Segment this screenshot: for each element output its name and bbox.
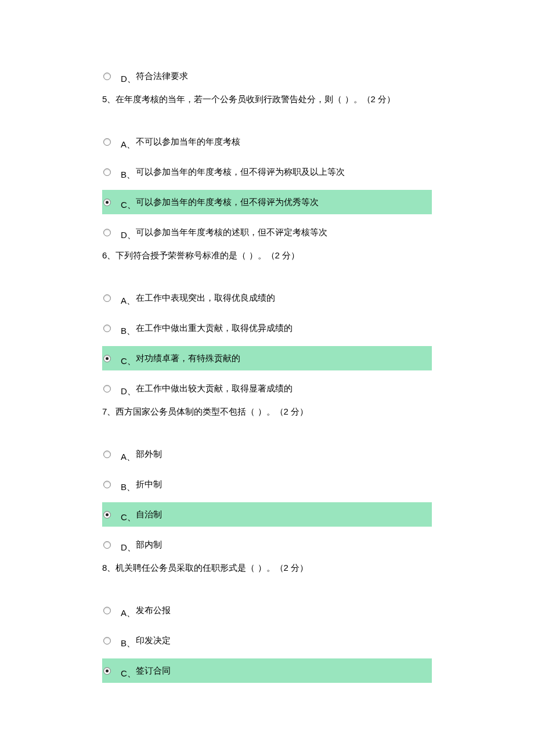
- option-text: 可以参加当年年度考核的述职，但不评定考核等次: [136, 227, 432, 238]
- radio-wrap: [102, 199, 121, 206]
- radio-icon[interactable]: [103, 511, 111, 519]
- radio-icon[interactable]: [103, 607, 111, 614]
- option-row[interactable]: C、 签订合同: [102, 658, 432, 683]
- option-row[interactable]: B、 可以参加当年的年度考核，但不得评为称职及以上等次: [102, 160, 432, 184]
- option-row[interactable]: A、 不可以参加当年的年度考核: [102, 129, 432, 154]
- radio-wrap: [102, 294, 121, 302]
- option-text: 折中制: [136, 479, 432, 490]
- option-row[interactable]: C、 可以参加当年的年度考核，但不得评为优秀等次: [102, 190, 432, 214]
- option-text: 印发决定: [136, 635, 432, 646]
- radio-icon[interactable]: [103, 229, 111, 236]
- option-letter: C、: [121, 512, 136, 527]
- option-row[interactable]: A、 发布公报: [102, 598, 432, 622]
- radio-icon[interactable]: [103, 199, 111, 206]
- option-row[interactable]: A、 部外制: [102, 442, 432, 466]
- option-text: 可以参加当年的年度考核，但不得评为称职及以上等次: [136, 167, 432, 178]
- radio-wrap: [102, 229, 121, 236]
- page-content: D、 符合法律要求 5、在年度考核的当年，若一个公务员收到行政警告处分，则（ ）…: [0, 0, 534, 723]
- option-letter: A、: [121, 452, 136, 466]
- option-text: 不可以参加当年的年度考核: [136, 136, 432, 147]
- question-prompt: 8、机关聘任公务员采取的任职形式是（ ）。（2 分）: [102, 563, 432, 574]
- radio-wrap: [102, 355, 121, 362]
- option-letter: B、: [121, 638, 136, 653]
- option-row[interactable]: C、 对功绩卓著，有特殊贡献的: [102, 346, 432, 370]
- option-letter: C、: [121, 200, 136, 214]
- radio-wrap: [102, 138, 121, 146]
- radio-icon[interactable]: [103, 355, 111, 362]
- radio-wrap: [102, 451, 121, 458]
- option-letter: A、: [121, 608, 136, 622]
- option-row[interactable]: D、 可以参加当年年度考核的述职，但不评定考核等次: [102, 220, 432, 244]
- radio-icon[interactable]: [103, 667, 111, 675]
- radio-icon[interactable]: [103, 325, 111, 332]
- question-prompt: 6、下列符合授予荣誉称号标准的是（ ）。（2 分）: [102, 250, 432, 261]
- option-text: 在工作中做出较大贡献，取得显著成绩的: [136, 383, 432, 394]
- radio-wrap: [102, 637, 121, 645]
- radio-icon[interactable]: [103, 481, 111, 488]
- radio-icon[interactable]: [103, 451, 111, 458]
- option-text: 符合法律要求: [136, 71, 432, 82]
- option-letter: A、: [121, 296, 136, 310]
- radio-icon[interactable]: [103, 138, 111, 146]
- radio-icon[interactable]: [103, 385, 111, 393]
- option-letter: D、: [121, 230, 136, 244]
- radio-wrap: [102, 511, 121, 519]
- option-letter: B、: [121, 170, 136, 184]
- radio-wrap: [102, 168, 121, 176]
- radio-wrap: [102, 541, 121, 549]
- radio-wrap: [102, 667, 121, 675]
- option-letter: D、: [121, 74, 136, 88]
- option-letter: D、: [121, 386, 136, 401]
- option-letter: C、: [121, 356, 136, 370]
- option-letter: A、: [121, 139, 136, 154]
- question-prompt: 7、西方国家公务员体制的类型不包括（ ）。（2 分）: [102, 406, 432, 417]
- option-text: 在工作中表现突出，取得优良成绩的: [136, 293, 432, 304]
- radio-wrap: [102, 481, 121, 488]
- option-text: 发布公报: [136, 605, 432, 616]
- option-text: 自治制: [136, 509, 432, 520]
- radio-icon[interactable]: [103, 294, 111, 302]
- option-row[interactable]: D、 符合法律要求: [102, 64, 432, 88]
- option-letter: D、: [121, 542, 136, 557]
- option-text: 部外制: [136, 449, 432, 460]
- radio-icon[interactable]: [103, 637, 111, 645]
- radio-wrap: [102, 385, 121, 393]
- radio-wrap: [102, 607, 121, 614]
- option-text: 在工作中做出重大贡献，取得优异成绩的: [136, 323, 432, 334]
- question-prompt: 5、在年度考核的当年，若一个公务员收到行政警告处分，则（ ）。（2 分）: [102, 94, 432, 105]
- radio-wrap: [102, 325, 121, 332]
- option-row[interactable]: D、 部内制: [102, 532, 432, 557]
- option-row[interactable]: A、 在工作中表现突出，取得优良成绩的: [102, 286, 432, 310]
- option-text: 部内制: [136, 539, 432, 550]
- option-text: 可以参加当年的年度考核，但不得评为优秀等次: [136, 197, 432, 208]
- option-row[interactable]: D、 在工作中做出较大贡献，取得显著成绩的: [102, 376, 432, 401]
- option-row[interactable]: B、 在工作中做出重大贡献，取得优异成绩的: [102, 316, 432, 340]
- option-text: 签订合同: [136, 665, 432, 676]
- option-letter: B、: [121, 482, 136, 496]
- radio-icon[interactable]: [103, 168, 111, 176]
- option-row[interactable]: C、 自治制: [102, 502, 432, 527]
- option-row[interactable]: B、 折中制: [102, 472, 432, 496]
- radio-icon[interactable]: [103, 541, 111, 549]
- option-text: 对功绩卓著，有特殊贡献的: [136, 353, 432, 364]
- radio-icon[interactable]: [103, 73, 111, 80]
- option-letter: B、: [121, 326, 136, 340]
- option-letter: C、: [121, 668, 136, 683]
- option-row[interactable]: B、 印发决定: [102, 628, 432, 653]
- radio-wrap: [102, 73, 121, 80]
